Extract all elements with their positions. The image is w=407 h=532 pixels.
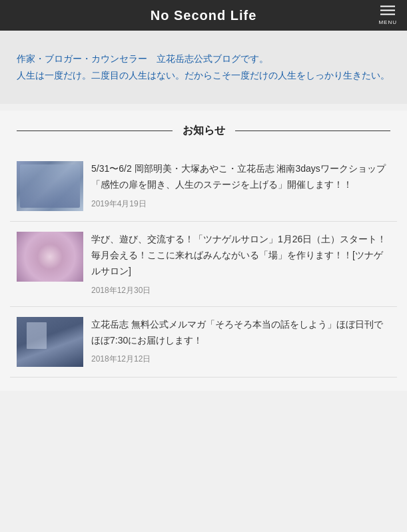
menu-bar-2 — [380, 10, 395, 11]
news-item: 立花岳志 無料公式メルマガ「そろそろ本当の話をしよう」ほぼ日刊でほぼ7:30にお… — [10, 307, 397, 378]
news-thumbnail — [17, 161, 83, 211]
menu-button[interactable]: MENU — [378, 6, 397, 25]
news-thumbnail — [17, 317, 83, 367]
news-list: 5/31〜6/2 岡部明美・大塚あやこ・立花岳志 湘南3daysワークショップ「… — [10, 151, 397, 377]
news-date: 2018年12月12日 — [91, 354, 390, 365]
site-title: No Second Life — [151, 8, 257, 23]
menu-bar-1 — [380, 6, 395, 7]
news-content: 学び、遊び、交流する！「ツナゲルサロン」1月26日（土）スタート！毎月会える！こ… — [91, 232, 390, 296]
news-content: 5/31〜6/2 岡部明美・大塚あやこ・立花岳志 湘南3daysワークショップ「… — [91, 161, 390, 210]
intro-line1: 作家・ブロガー・カウンセラー 立花岳志公式ブログです。 — [17, 51, 390, 67]
title-line-left — [17, 131, 173, 131]
news-date: 2019年4月19日 — [91, 198, 390, 210]
section-title: お知らせ — [173, 124, 235, 138]
section-title-wrap: お知らせ — [10, 124, 397, 138]
intro-section: 作家・ブロガー・カウンセラー 立花岳志公式ブログです。 人生は一度だけ。二度目の… — [0, 31, 407, 104]
news-content: 立花岳志 無料公式メルマガ「そろそろ本当の話をしよう」ほぼ日刊でほぼ7:30にお… — [91, 317, 390, 366]
news-item: 5/31〜6/2 岡部明美・大塚あやこ・立花岳志 湘南3daysワークショップ「… — [10, 151, 397, 222]
news-thumbnail — [17, 232, 83, 282]
title-line-right — [235, 131, 391, 131]
news-section: お知らせ 5/31〜6/2 岡部明美・大塚あやこ・立花岳志 湘南3daysワーク… — [0, 111, 407, 390]
news-title[interactable]: 5/31〜6/2 岡部明美・大塚あやこ・立花岳志 湘南3daysワークショップ「… — [91, 161, 390, 193]
site-header: No Second Life MENU — [0, 0, 407, 31]
menu-label: MENU — [378, 19, 397, 25]
news-title[interactable]: 学び、遊び、交流する！「ツナゲルサロン」1月26日（土）スタート！毎月会える！こ… — [91, 232, 390, 279]
news-item: 学び、遊び、交流する！「ツナゲルサロン」1月26日（土）スタート！毎月会える！こ… — [10, 222, 397, 306]
news-title[interactable]: 立花岳志 無料公式メルマガ「そろそろ本当の話をしよう」ほぼ日刊でほぼ7:30にお… — [91, 317, 390, 349]
intro-line2: 人生は一度だけ。二度目の人生はない。だからこそ一度だけの人生をしっかり生きたい。 — [17, 67, 390, 84]
menu-bar-3 — [380, 14, 395, 15]
news-date: 2018年12月30日 — [91, 285, 390, 296]
